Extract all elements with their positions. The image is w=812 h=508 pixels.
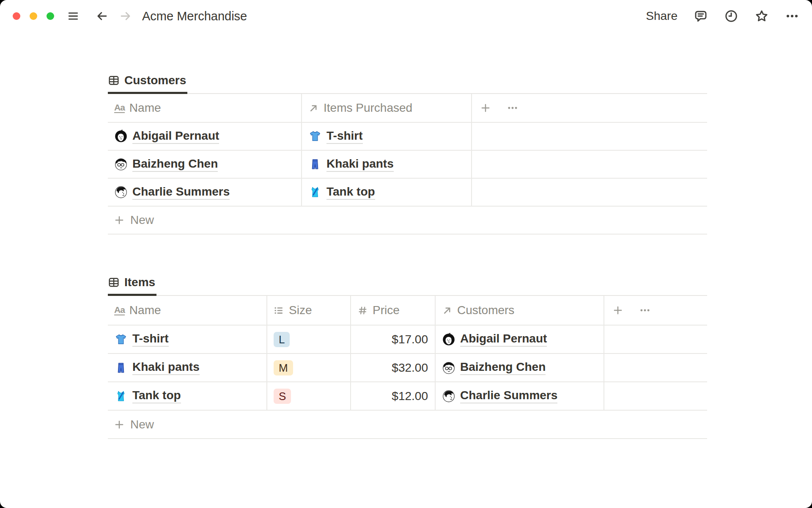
empty-cell bbox=[604, 382, 707, 410]
page-link: Charlie Summers bbox=[132, 185, 230, 200]
empty-cell bbox=[472, 151, 707, 178]
size-badge: L bbox=[274, 332, 290, 347]
new-row-button[interactable]: New bbox=[108, 411, 707, 439]
charlie-avatar bbox=[442, 389, 455, 403]
clock-icon bbox=[724, 9, 738, 23]
add-column-button[interactable] bbox=[612, 304, 624, 316]
page-content: Customers Aa Name Items Purchased bbox=[108, 0, 707, 476]
tab-label: Items bbox=[124, 276, 155, 289]
abigail-avatar bbox=[442, 333, 455, 346]
items-database: Items Aa Name Size Price Custo bbox=[108, 268, 707, 439]
column-label: Name bbox=[129, 101, 161, 115]
column-header-name[interactable]: Aa Name bbox=[108, 296, 267, 325]
relation-link: Baizheng Chen bbox=[460, 360, 546, 375]
relation-link: Khaki pants bbox=[326, 157, 394, 172]
items-purchased-cell[interactable]: Khaki pants bbox=[302, 151, 472, 178]
relation-arrow-icon bbox=[308, 103, 319, 113]
column-label: Size bbox=[289, 304, 312, 317]
customers-cell[interactable]: Baizheng Chen bbox=[436, 354, 604, 381]
tab-customers-table-view[interactable]: Customers bbox=[108, 74, 187, 94]
table-row: Khaki pants M $32.00 Baizheng Chen bbox=[108, 354, 707, 382]
new-row-button[interactable]: New bbox=[108, 207, 707, 235]
column-label: Customers bbox=[457, 304, 514, 317]
empty-cell bbox=[472, 123, 707, 150]
new-row-label: New bbox=[130, 418, 154, 431]
plus-icon bbox=[114, 419, 125, 430]
number-property-icon bbox=[357, 305, 368, 316]
column-header-name[interactable]: Aa Name bbox=[108, 94, 302, 122]
table-options-button[interactable] bbox=[507, 102, 518, 114]
history-button[interactable] bbox=[724, 9, 738, 23]
column-header-customers[interactable]: Customers bbox=[436, 296, 604, 325]
tab-label: Customers bbox=[124, 74, 186, 87]
table-view-icon bbox=[108, 75, 119, 86]
items-purchased-cell[interactable]: Tank top bbox=[302, 179, 472, 206]
sidebar-menu-button[interactable] bbox=[66, 9, 80, 23]
traffic-lights bbox=[13, 12, 54, 20]
name-cell[interactable]: Khaki pants bbox=[108, 354, 267, 381]
title-property-icon: Aa bbox=[114, 305, 125, 315]
plus-icon bbox=[114, 215, 125, 226]
column-header-items-purchased[interactable]: Items Purchased bbox=[302, 94, 472, 122]
items-header-row: Aa Name Size Price Customers bbox=[108, 296, 707, 326]
tanktop-icon bbox=[114, 389, 128, 403]
title-property-icon: Aa bbox=[114, 103, 125, 113]
plus-icon bbox=[480, 102, 491, 113]
back-button[interactable] bbox=[95, 9, 109, 23]
table-row: Abigail Pernaut T-shirt bbox=[108, 123, 707, 151]
jeans-icon bbox=[114, 361, 128, 375]
relation-link: Charlie Summers bbox=[460, 389, 557, 403]
select-property-icon bbox=[274, 305, 284, 316]
tshirt-icon bbox=[114, 333, 128, 346]
size-cell[interactable]: S bbox=[267, 382, 351, 410]
name-cell[interactable]: Charlie Summers bbox=[108, 179, 302, 206]
name-cell[interactable]: Baizheng Chen bbox=[108, 151, 302, 178]
size-cell[interactable]: M bbox=[267, 354, 351, 381]
ellipsis-icon bbox=[507, 102, 518, 113]
table-row: Baizheng Chen Khaki pants bbox=[108, 151, 707, 179]
customers-view-tabs: Customers bbox=[108, 67, 707, 94]
size-badge: M bbox=[274, 360, 293, 375]
ellipsis-icon bbox=[785, 9, 799, 23]
empty-cell bbox=[604, 354, 707, 381]
name-cell[interactable]: Abigail Pernaut bbox=[108, 123, 302, 150]
zoom-window-button[interactable] bbox=[47, 12, 54, 20]
price-cell[interactable]: $12.00 bbox=[351, 382, 436, 410]
table-view-icon bbox=[108, 277, 119, 288]
table-row: T-shirt L $17.00 Abigail Pernaut bbox=[108, 326, 707, 354]
page-link: Tank top bbox=[132, 389, 181, 403]
baizheng-avatar bbox=[442, 361, 455, 375]
more-options-button[interactable] bbox=[785, 9, 799, 23]
items-purchased-cell[interactable]: T-shirt bbox=[302, 123, 472, 150]
add-column-button[interactable] bbox=[480, 102, 491, 114]
favorite-button[interactable] bbox=[754, 9, 769, 23]
back-arrow-icon bbox=[96, 10, 108, 22]
star-icon bbox=[754, 9, 769, 23]
customers-cell[interactable]: Abigail Pernaut bbox=[436, 326, 604, 353]
price-cell[interactable]: $17.00 bbox=[351, 326, 436, 353]
page-link: Abigail Pernaut bbox=[132, 129, 219, 144]
items-view-tabs: Items bbox=[108, 268, 707, 296]
app-window: Acme Merchandise Share Customers bbox=[0, 0, 812, 508]
customers-cell[interactable]: Charlie Summers bbox=[436, 382, 604, 410]
minimize-window-button[interactable] bbox=[30, 12, 37, 20]
name-cell[interactable]: T-shirt bbox=[108, 326, 267, 353]
page-link: Baizheng Chen bbox=[132, 157, 218, 172]
tab-items-table-view[interactable]: Items bbox=[108, 276, 156, 296]
table-options-button[interactable] bbox=[639, 304, 651, 316]
price-cell[interactable]: $32.00 bbox=[351, 354, 436, 381]
jeans-icon bbox=[308, 157, 322, 171]
name-cell[interactable]: Tank top bbox=[108, 382, 267, 410]
column-header-price[interactable]: Price bbox=[351, 296, 436, 325]
size-cell[interactable]: L bbox=[267, 326, 351, 353]
column-label: Items Purchased bbox=[324, 101, 412, 115]
customers-header-row: Aa Name Items Purchased bbox=[108, 94, 707, 123]
charlie-avatar bbox=[114, 185, 128, 199]
column-label: Price bbox=[373, 304, 400, 317]
empty-cell bbox=[472, 179, 707, 206]
empty-cell bbox=[604, 326, 707, 353]
close-window-button[interactable] bbox=[13, 12, 20, 20]
column-header-size[interactable]: Size bbox=[267, 296, 351, 325]
items-header-extra bbox=[604, 296, 707, 325]
relation-link: Abigail Pernaut bbox=[460, 332, 547, 347]
